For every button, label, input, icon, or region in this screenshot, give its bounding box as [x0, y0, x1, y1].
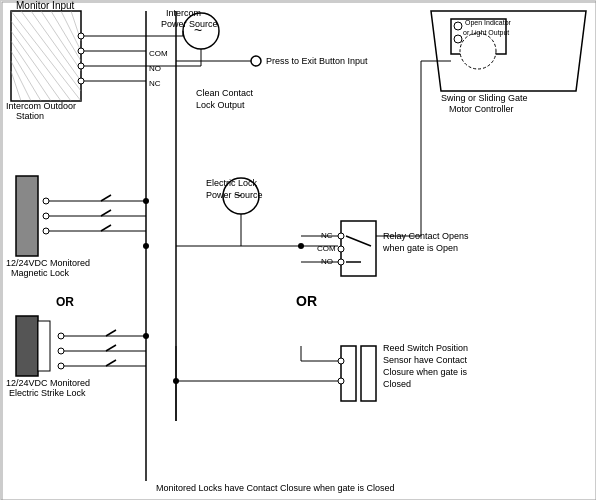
svg-point-100 — [173, 378, 179, 384]
svg-text:12/24VDC Monitored: 12/24VDC Monitored — [6, 258, 90, 268]
svg-point-90 — [298, 243, 304, 249]
svg-point-94 — [338, 358, 344, 364]
svg-rect-64 — [38, 321, 50, 371]
svg-text:Power Source: Power Source — [206, 190, 263, 200]
svg-text:Power Source: Power Source — [161, 19, 218, 29]
svg-text:Motor Controller: Motor Controller — [449, 104, 514, 114]
svg-text:Monitor Input: Monitor Input — [16, 1, 75, 11]
svg-point-117 — [143, 198, 149, 204]
svg-text:Electric Lock: Electric Lock — [206, 178, 258, 188]
svg-point-81 — [338, 246, 344, 252]
svg-text:NC: NC — [149, 79, 161, 88]
svg-text:COM: COM — [317, 244, 336, 253]
svg-text:Electric Strike Lock: Electric Strike Lock — [9, 388, 86, 398]
svg-text:12/24VDC Monitored: 12/24VDC Monitored — [6, 378, 90, 388]
svg-text:Monitored Locks have Contact C: Monitored Locks have Contact Closure whe… — [156, 483, 395, 493]
svg-point-52 — [43, 213, 49, 219]
svg-text:Open Indicator: Open Indicator — [465, 19, 512, 27]
svg-point-67 — [58, 363, 64, 369]
svg-point-53 — [43, 228, 49, 234]
svg-rect-76 — [341, 221, 376, 276]
svg-point-82 — [338, 259, 344, 265]
svg-text:Press to Exit Button Input: Press to Exit Button Input — [266, 56, 368, 66]
svg-text:Swing or Sliding Gate: Swing or Sliding Gate — [441, 93, 528, 103]
svg-rect-50 — [16, 176, 38, 256]
svg-point-106 — [460, 33, 496, 69]
svg-text:or Light Output: or Light Output — [463, 29, 509, 37]
svg-point-80 — [338, 233, 344, 239]
svg-rect-92 — [341, 346, 356, 401]
svg-text:Sensor have Contact: Sensor have Contact — [383, 355, 468, 365]
svg-point-108 — [454, 35, 462, 43]
svg-text:OR: OR — [296, 293, 317, 309]
svg-point-17 — [78, 63, 84, 69]
svg-text:Magnetic Lock: Magnetic Lock — [11, 268, 70, 278]
svg-text:Intercom Outdoor: Intercom Outdoor — [6, 101, 76, 111]
svg-text:Closed: Closed — [383, 379, 411, 389]
svg-point-65 — [58, 333, 64, 339]
svg-text:Reed Switch Position: Reed Switch Position — [383, 343, 468, 353]
wiring-diagram: Monitor Input Intercom Outdoor Station ~… — [0, 0, 596, 500]
svg-text:Station: Station — [16, 111, 44, 121]
svg-point-107 — [454, 22, 462, 30]
svg-text:OR: OR — [56, 295, 74, 309]
svg-point-118 — [143, 243, 149, 249]
svg-text:Lock Output: Lock Output — [196, 100, 245, 110]
svg-point-26 — [251, 56, 261, 66]
svg-text:when gate is Open: when gate is Open — [382, 243, 458, 253]
svg-text:NO: NO — [149, 64, 161, 73]
svg-point-18 — [78, 78, 84, 84]
svg-point-15 — [78, 33, 84, 39]
svg-point-95 — [338, 378, 344, 384]
svg-text:COM: COM — [149, 49, 168, 58]
svg-text:Clean Contact: Clean Contact — [196, 88, 254, 98]
svg-rect-63 — [16, 316, 38, 376]
svg-point-119 — [143, 333, 149, 339]
svg-rect-93 — [361, 346, 376, 401]
svg-text:Intercom: Intercom — [166, 8, 201, 18]
svg-point-16 — [78, 48, 84, 54]
svg-point-51 — [43, 198, 49, 204]
svg-text:Closure when gate is: Closure when gate is — [383, 367, 468, 377]
svg-point-66 — [58, 348, 64, 354]
